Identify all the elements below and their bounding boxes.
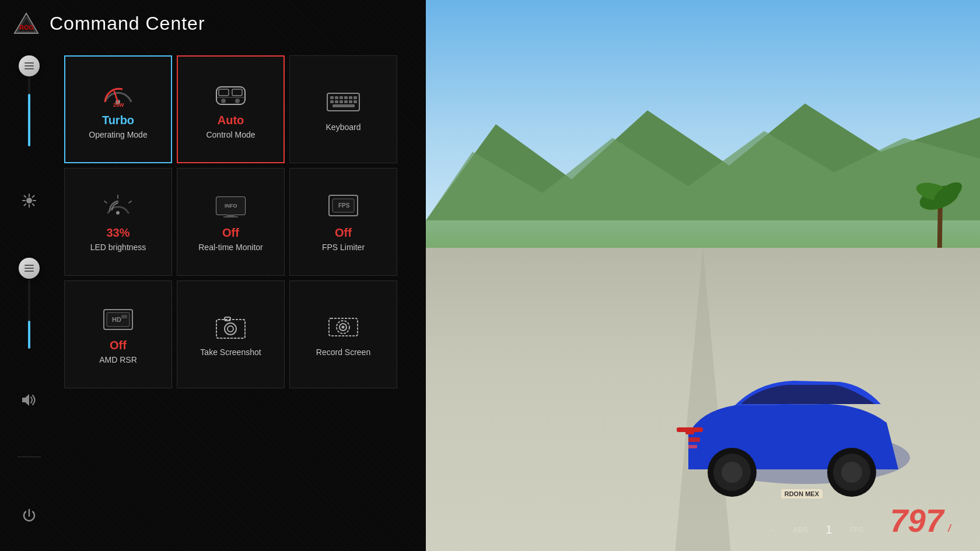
brightness-slider-thumb[interactable] xyxy=(19,258,40,279)
power-icon[interactable] xyxy=(21,508,37,528)
svg-rect-26 xyxy=(344,96,348,99)
brightness-track-fill xyxy=(28,321,30,349)
svg-line-9 xyxy=(33,203,34,205)
brightness-track xyxy=(28,279,30,349)
amd-rsr-value: Off xyxy=(110,339,127,352)
fps-text: FPS xyxy=(850,526,863,534)
svg-point-21 xyxy=(235,99,240,103)
take-screenshot-label: Take Screenshot xyxy=(200,347,261,357)
svg-rect-28 xyxy=(354,96,357,99)
svg-text:HD: HD xyxy=(112,316,121,323)
led-brightness-value: 33% xyxy=(106,226,130,240)
tile-control-mode[interactable]: Auto Control Mode xyxy=(177,55,285,163)
svg-point-73 xyxy=(722,462,743,483)
header: ROG Command Center xyxy=(0,0,426,44)
volume-icon xyxy=(21,394,37,409)
camera-icon xyxy=(211,311,251,343)
svg-rect-70 xyxy=(677,427,703,432)
svg-text:INFO: INFO xyxy=(225,203,237,209)
fps-limiter-value: Off xyxy=(335,226,352,240)
fps-icon: FPS xyxy=(323,191,364,223)
svg-rect-32 xyxy=(344,100,348,103)
svg-line-11 xyxy=(24,203,26,205)
svg-rect-78 xyxy=(688,445,697,448)
led-icon xyxy=(98,191,139,223)
power-track xyxy=(28,76,30,146)
grid-row-2: 33% LED brightness INFO Off R xyxy=(64,168,414,276)
svg-rect-24 xyxy=(335,96,338,99)
svg-rect-29 xyxy=(330,100,334,103)
command-center-panel: ROG Command Center xyxy=(0,0,426,551)
svg-point-55 xyxy=(228,326,233,332)
speed-display: 797 / xyxy=(890,502,951,539)
monitor-icon: INFO xyxy=(211,191,251,223)
arrow-left-icon: ← xyxy=(768,525,776,534)
svg-point-20 xyxy=(221,99,226,103)
tile-led-brightness[interactable]: 33% LED brightness xyxy=(64,168,172,276)
realtime-monitor-label: Real-time Monitor xyxy=(198,242,262,252)
speed-value: 797 xyxy=(890,503,944,539)
tile-amd-rsr[interactable]: HD Off AMD RSR xyxy=(64,280,172,388)
svg-point-36 xyxy=(116,211,120,215)
svg-marker-12 xyxy=(22,394,29,406)
tile-operating-mode[interactable]: 25W Turbo Operating Mode xyxy=(64,55,172,163)
svg-text:ROG: ROG xyxy=(19,24,34,31)
svg-line-10 xyxy=(33,195,34,197)
fps-number: 1 xyxy=(826,523,832,536)
svg-rect-35 xyxy=(332,104,355,107)
hd-icon: HD xyxy=(98,303,139,335)
record-screen-label: Record Screen xyxy=(316,347,370,357)
svg-point-76 xyxy=(841,462,862,483)
led-brightness-label: LED brightness xyxy=(90,242,146,252)
realtime-monitor-value: Off xyxy=(222,226,239,240)
svg-text:25W: 25W xyxy=(113,102,124,108)
brightness-icon xyxy=(22,193,37,212)
tile-fps-limiter[interactable]: FPS Off FPS Limiter xyxy=(289,168,397,276)
brightness-slider-group[interactable] xyxy=(12,258,47,349)
power-slider-group[interactable] xyxy=(12,55,47,146)
keyboard-label: Keyboard xyxy=(326,122,361,132)
tile-realtime-monitor[interactable]: INFO Off Real-time Monitor xyxy=(177,168,285,276)
app-title: Command Center xyxy=(50,13,205,34)
control-mode-value: Auto xyxy=(218,114,244,127)
svg-rect-34 xyxy=(354,100,357,103)
svg-rect-53 xyxy=(216,320,245,338)
svg-rect-51 xyxy=(121,315,127,318)
speed-slash: / xyxy=(948,522,951,534)
operating-mode-value: Turbo xyxy=(102,114,134,127)
svg-text:FPS: FPS xyxy=(338,202,350,209)
control-mode-label: Control Mode xyxy=(206,129,255,140)
gamepad-icon xyxy=(211,78,251,110)
svg-line-38 xyxy=(129,201,131,203)
svg-line-39 xyxy=(104,201,107,203)
fps-label: ABS xyxy=(793,525,808,534)
svg-rect-17 xyxy=(219,89,229,96)
svg-rect-18 xyxy=(232,89,242,96)
sidebar-divider xyxy=(18,457,41,457)
svg-line-8 xyxy=(24,195,26,197)
grid-area: 25W Turbo Operating Mode xyxy=(58,50,426,545)
grid-row-1: 25W Turbo Operating Mode xyxy=(64,55,414,163)
hud-bar: ← ABS 1 FPS xyxy=(768,523,863,536)
sidebar xyxy=(0,50,58,545)
gauge-icon: 25W xyxy=(98,78,139,110)
svg-rect-23 xyxy=(330,96,334,99)
grid-row-3: HD Off AMD RSR xyxy=(64,280,414,388)
svg-rect-30 xyxy=(335,100,338,103)
mountain-bg xyxy=(426,83,980,220)
tile-take-screenshot[interactable]: Take Screenshot xyxy=(177,280,285,388)
svg-rect-27 xyxy=(349,96,352,99)
tile-record-screen[interactable]: Record Screen xyxy=(289,280,397,388)
main-content: 25W Turbo Operating Mode xyxy=(0,44,426,551)
svg-point-60 xyxy=(342,326,345,329)
fps-limiter-label: FPS Limiter xyxy=(322,242,365,252)
operating-mode-label: Operating Mode xyxy=(89,129,147,140)
svg-point-54 xyxy=(225,323,236,335)
power-track-fill xyxy=(28,94,30,146)
svg-rect-33 xyxy=(349,100,352,103)
record-icon xyxy=(323,311,364,343)
license-plate: RDON MEX xyxy=(781,489,822,499)
power-slider-thumb[interactable] xyxy=(19,55,40,76)
rog-logo: ROG xyxy=(12,12,41,35)
tile-keyboard[interactable]: Keyboard xyxy=(289,55,397,163)
